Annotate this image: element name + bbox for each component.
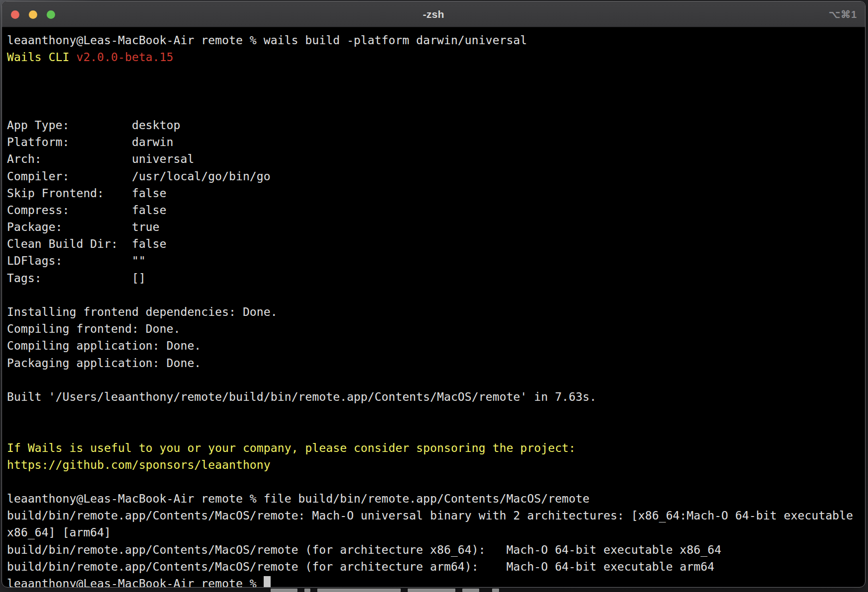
terminal-text-run: Package: true xyxy=(7,221,159,233)
terminal-line: build/bin/remote.app/Contents/MacOS/remo… xyxy=(7,507,865,524)
terminal-line xyxy=(7,83,865,100)
terminal-text-run: v2.0.0-beta.15 xyxy=(76,51,174,64)
terminal-line: Wails CLI v2.0.0-beta.15 xyxy=(7,49,865,66)
tab-shortcut-label: ⌥⌘1 xyxy=(829,1,857,27)
terminal-line: leaanthony@Leas-MacBook-Air remote % wai… xyxy=(7,32,865,49)
terminal-line: build/bin/remote.app/Contents/MacOS/remo… xyxy=(7,558,865,575)
terminal-text-run: Arch: universal xyxy=(7,152,194,165)
minimize-button[interactable] xyxy=(29,10,37,19)
terminal-line: Compiler: /usr/local/go/bin/go xyxy=(7,168,865,185)
terminal-text-run: build/bin/remote.app/Contents/MacOS/remo… xyxy=(7,543,722,556)
occluded-background-window xyxy=(271,589,499,592)
zoom-button[interactable] xyxy=(47,10,55,19)
background-text-fragment xyxy=(492,589,499,592)
terminal-line: x86_64] [arm64] xyxy=(7,524,865,541)
terminal-line: Tags: [] xyxy=(7,270,865,287)
background-text-fragment xyxy=(317,589,401,592)
terminal-text-run: App Type: desktop xyxy=(7,119,180,132)
terminal-line: https://github.com/sponsors/leaanthony xyxy=(7,456,865,473)
terminal-line: LDFlags: "" xyxy=(7,252,865,269)
terminal-line xyxy=(7,287,865,303)
terminal-text-run: If Wails is useful to you or your compan… xyxy=(7,442,576,454)
terminal-line: App Type: desktop xyxy=(7,117,865,134)
terminal-line: Built '/Users/leaanthony/remote/build/bi… xyxy=(7,388,865,405)
terminal-line: Compiling frontend: Done. xyxy=(7,320,865,337)
terminal-line xyxy=(7,371,865,388)
terminal-line: leaanthony@Leas-MacBook-Air remote % xyxy=(7,575,865,588)
terminal-text-run: build/bin/remote.app/Contents/MacOS/remo… xyxy=(7,509,853,522)
terminal-line: Compiling application: Done. xyxy=(7,337,865,354)
terminal-text-run: build/bin/remote.app/Contents/MacOS/remo… xyxy=(7,560,715,573)
terminal-text-run: Tags: [] xyxy=(7,272,145,285)
background-text-fragment xyxy=(408,589,455,592)
terminal-line: Package: true xyxy=(7,219,865,235)
terminal-text-run: https://github.com/sponsors/leaanthony xyxy=(7,458,271,471)
terminal-text-run: Compiler: /usr/local/go/bin/go xyxy=(7,170,271,183)
traffic-lights xyxy=(11,10,55,19)
terminal-text-run: Platform: darwin xyxy=(7,136,173,148)
terminal-line: Installing frontend dependencies: Done. xyxy=(7,303,865,320)
terminal-line: Packaging application: Done. xyxy=(7,355,865,371)
terminal-line: Platform: darwin xyxy=(7,134,865,150)
terminal-line: leaanthony@Leas-MacBook-Air remote % fil… xyxy=(7,490,865,507)
terminal-line: Clean Build Dir: false xyxy=(7,235,865,252)
terminal-line xyxy=(7,473,865,490)
terminal-text-run: Clean Build Dir: false xyxy=(7,237,166,250)
terminal-line xyxy=(7,405,865,422)
background-text-fragment xyxy=(462,589,479,592)
terminal-text-run: x86_64] [arm64] xyxy=(7,526,111,539)
terminal-text-run: Packaging application: Done. xyxy=(7,357,201,370)
terminal-text-run: Compiling frontend: Done. xyxy=(7,322,180,335)
terminal-line: build/bin/remote.app/Contents/MacOS/remo… xyxy=(7,541,865,558)
terminal-text-run: LDFlags: "" xyxy=(7,254,145,267)
close-button[interactable] xyxy=(11,10,19,19)
terminal-text-run: Compiling application: Done. xyxy=(7,339,201,352)
terminal-line: Skip Frontend: false xyxy=(7,185,865,202)
terminal-text-run: leaanthony@Leas-MacBook-Air remote % wai… xyxy=(7,34,527,47)
terminal-text-run: Skip Frontend: false xyxy=(7,187,166,200)
terminal-text-run: Installing frontend dependencies: Done. xyxy=(7,305,278,318)
terminal-line xyxy=(7,422,865,439)
terminal-cursor xyxy=(264,576,271,588)
terminal-text-run: leaanthony@Leas-MacBook-Air remote % fil… xyxy=(7,492,589,505)
terminal-text-run: Compress: false xyxy=(7,204,166,217)
terminal-screen[interactable]: leaanthony@Leas-MacBook-Air remote % wai… xyxy=(2,27,865,588)
terminal-text-run: leaanthony@Leas-MacBook-Air remote % xyxy=(7,577,264,588)
background-text-fragment xyxy=(304,589,310,592)
terminal-window: -zsh ⌥⌘1 leaanthony@Leas-MacBook-Air rem… xyxy=(1,1,866,588)
titlebar[interactable]: -zsh ⌥⌘1 xyxy=(2,1,865,27)
terminal-text-run: Wails CLI xyxy=(7,51,76,64)
window-title: -zsh xyxy=(2,1,865,27)
terminal-line: If Wails is useful to you or your compan… xyxy=(7,440,865,456)
terminal-line: Compress: false xyxy=(7,202,865,219)
background-text-fragment xyxy=(271,589,297,592)
terminal-line xyxy=(7,100,865,117)
terminal-line: Arch: universal xyxy=(7,150,865,167)
terminal-text-run: Built '/Users/leaanthony/remote/build/bi… xyxy=(7,390,596,403)
terminal-line xyxy=(7,66,865,82)
